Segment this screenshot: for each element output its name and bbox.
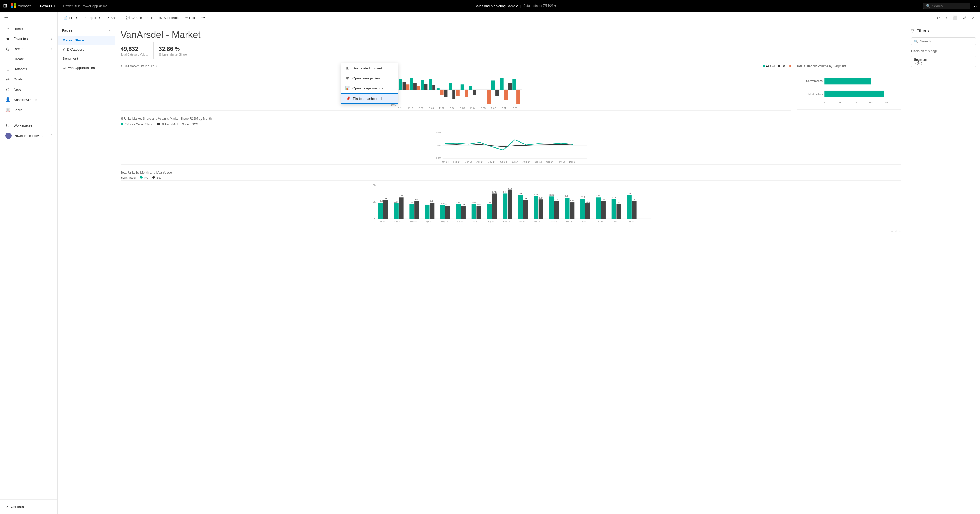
sidebar-item-recent[interactable]: ◷ Recent › — [0, 44, 57, 54]
svg-text:Aug-14: Aug-14 — [523, 161, 530, 163]
sidebar-item-create[interactable]: + Create — [0, 54, 57, 64]
yoy-chart-card: % Unit Market Share YOY C... Central Eas… — [121, 64, 791, 111]
topbar-more-icon[interactable]: ··· — [972, 3, 977, 9]
topbar-divider2 — [59, 3, 59, 8]
undo-button[interactable]: ↩ — [934, 14, 942, 22]
sidebar-toggle[interactable]: ☰ — [0, 11, 57, 24]
page-item-market-share[interactable]: Market Share — [58, 36, 115, 45]
svg-rect-134 — [581, 199, 585, 219]
sidebar-item-home[interactable]: ⌂ Home — [0, 24, 57, 33]
pages-title: Pages — [62, 28, 73, 32]
category-chart-card: Total Category Volume by Segment Conveni… — [797, 64, 901, 111]
svg-rect-139 — [601, 201, 606, 219]
page-item-ytd-category[interactable]: YTD Category — [58, 45, 115, 54]
svg-text:2.8K: 2.8K — [399, 195, 404, 197]
units-bar-chart: 4K 2K 0K 2.8K 2.8K — [121, 180, 901, 228]
get-data-label: Get data — [11, 505, 24, 509]
more-button[interactable]: ••• — [199, 14, 208, 21]
svg-text:Oct-14: Oct-14 — [546, 161, 554, 163]
sidebar-item-apps[interactable]: ⬡ Apps — [0, 84, 57, 95]
svg-rect-13 — [417, 86, 420, 89]
filter-segment-value: is (All) — [914, 62, 928, 65]
shared-icon: 👤 — [5, 97, 11, 102]
chat-teams-button[interactable]: 💬 Chat in Teams — [123, 14, 156, 21]
svg-rect-28 — [487, 89, 491, 104]
view-button[interactable]: ⬜ — [950, 14, 959, 22]
svg-text:0K: 0K — [823, 101, 826, 104]
sidebar-item-workspaces[interactable]: ⬡ Workspaces › — [0, 120, 57, 130]
svg-text:P-05: P-05 — [460, 107, 465, 110]
sidebar-nav: ⌂ Home ★ Favorites › ◷ Recent › + Create… — [0, 24, 57, 499]
market-share-line-chart: 40% 30% 20% Jan-14 — [121, 128, 901, 164]
sidebar-item-datasets[interactable]: ⊞ Datasets — [0, 64, 57, 74]
svg-rect-21 — [449, 83, 452, 89]
svg-rect-24 — [461, 84, 464, 89]
filters-search-input[interactable] — [920, 39, 973, 43]
waffle-icon[interactable]: ⊞ — [3, 3, 7, 9]
file-button[interactable]: 📄 File ▾ — [61, 14, 80, 21]
filters-header: ▽ Filters — [911, 28, 976, 33]
fullscreen-button[interactable]: ⤢ — [969, 14, 977, 22]
svg-rect-51 — [824, 91, 884, 97]
datasets-icon: ⊞ — [5, 67, 11, 72]
search-box[interactable]: 🔍 — [923, 3, 970, 9]
svg-rect-34 — [512, 80, 516, 90]
svg-rect-142 — [612, 199, 616, 219]
context-open-usage[interactable]: 📊 Open usage metrics — [341, 83, 398, 93]
filter-segment[interactable]: Segment is (All) ˅ — [911, 56, 976, 67]
svg-rect-9 — [403, 82, 406, 89]
svg-text:Aug-13: Aug-13 — [488, 221, 495, 223]
svg-text:2.8K: 2.8K — [380, 200, 384, 202]
report-title: VanArsdel - Market — [121, 29, 901, 40]
export-button[interactable]: ⇥ Export ▾ — [81, 14, 103, 21]
context-open-lineage[interactable]: ⊕ Open lineage view — [341, 73, 398, 83]
get-data-button[interactable]: ↗ Get data — [5, 503, 52, 511]
svg-rect-82 — [379, 202, 383, 219]
svg-text:3.1K: 3.1K — [549, 194, 554, 196]
context-pin-dashboard[interactable]: 📌 Pin to a dashboard — [341, 93, 398, 104]
sidebar-item-goals[interactable]: ◎ Goals — [0, 74, 57, 84]
context-see-related[interactable]: ⊞ See related content — [341, 63, 398, 73]
page-item-growth-opps[interactable]: Growth Opportunities — [58, 63, 115, 72]
sidebar-workspace-item[interactable]: P Power BI in Powe... ˅ — [0, 130, 57, 141]
svg-rect-123 — [539, 199, 544, 219]
market-share-chart-title: % Units Market Share and % Units Market … — [121, 117, 901, 121]
chevron-down-icon[interactable]: ▾ — [554, 4, 556, 8]
svg-rect-1 — [14, 3, 16, 5]
svg-text:Convenience: Convenience — [806, 80, 822, 83]
sidebar-item-learn[interactable]: 📖 Learn — [0, 105, 57, 115]
central-dot — [763, 65, 765, 67]
svg-rect-126 — [549, 196, 554, 219]
svg-text:1.9K: 1.9K — [617, 201, 621, 204]
subscribe-icon: ✉ — [159, 16, 162, 20]
report-name-label: Sales and Marketing Sample — [474, 4, 518, 8]
share-button[interactable]: ↗ Share — [104, 14, 123, 21]
svg-rect-107 — [476, 206, 481, 219]
svg-rect-8 — [399, 80, 402, 90]
filters-funnel-icon: ▽ — [911, 28, 914, 33]
page-item-sentiment[interactable]: Sentiment — [58, 54, 115, 63]
sidebar-item-favorites[interactable]: ★ Favorites › — [0, 33, 57, 44]
sidebar-item-create-label: Create — [14, 57, 24, 61]
subscribe-button[interactable]: ✉ Subscribe — [157, 14, 181, 21]
svg-text:Apr-13: Apr-13 — [426, 221, 432, 223]
topbar-right: 🔍 ··· — [923, 3, 977, 9]
svg-text:P-02: P-02 — [491, 107, 496, 110]
svg-text:40%: 40% — [436, 131, 441, 134]
svg-text:P-00: P-00 — [512, 107, 517, 110]
pages-collapse-button[interactable]: « — [109, 28, 111, 32]
body-area: Pages « Market Share YTD Category Sentim… — [58, 24, 980, 514]
bookmark-button[interactable]: ⌖ — [943, 14, 949, 22]
units-chart-title: Total Units by Month and isVanArsdel — [121, 171, 901, 175]
market-share-legend: % Units Market Share % Units Market Shar… — [121, 123, 901, 126]
svg-text:1.4K: 1.4K — [612, 196, 616, 199]
edit-button[interactable]: ✏ Edit — [182, 14, 197, 21]
svg-rect-90 — [409, 204, 414, 219]
filters-search-box[interactable]: 🔍 — [911, 37, 976, 45]
svg-text:2.2K: 2.2K — [415, 199, 419, 201]
refresh-button[interactable]: ↺ — [961, 14, 968, 22]
sidebar-item-shared[interactable]: 👤 Shared with me — [0, 95, 57, 105]
pages-header: Pages « — [58, 26, 115, 36]
sidebar-item-datasets-label: Datasets — [14, 67, 27, 71]
search-input[interactable] — [932, 4, 967, 8]
